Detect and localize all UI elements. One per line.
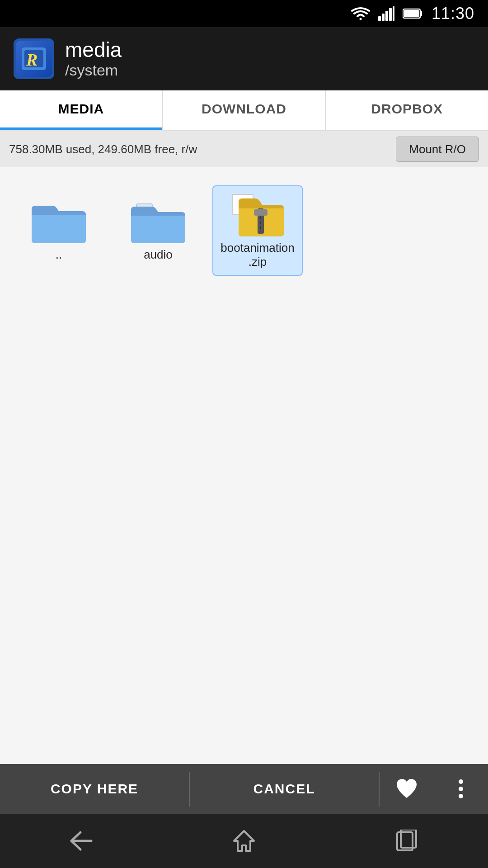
cancel-button[interactable]: CANCEL <box>190 764 379 814</box>
folder-svg-audio <box>131 200 185 243</box>
zip-icon-bootanimation <box>230 192 285 237</box>
file-item-parent[interactable]: .. <box>14 185 104 276</box>
app-logo-icon: R <box>18 43 50 75</box>
status-bar: 11:30 <box>0 0 488 27</box>
signal-icon <box>378 6 394 21</box>
back-button[interactable] <box>54 814 108 868</box>
tab-download[interactable]: DOWNLOAD <box>163 90 325 130</box>
copy-here-button[interactable]: COPY HERE <box>0 764 189 814</box>
recents-icon <box>394 830 419 852</box>
tab-dropbox[interactable]: DROPBOX <box>326 90 488 130</box>
storage-bar: 758.30MB used, 249.60MB free, r/w Mount … <box>0 131 488 167</box>
heart-icon <box>395 778 418 800</box>
recents-button[interactable] <box>380 814 434 868</box>
status-time: 11:30 <box>432 4 474 23</box>
folder-svg-parent <box>32 200 86 243</box>
file-name-bootanimation: bootanimation.zip <box>221 241 294 269</box>
folder-icon-audio <box>131 199 185 244</box>
svg-text:R: R <box>26 50 38 69</box>
file-name-audio: audio <box>144 248 173 262</box>
more-vert-icon <box>456 777 465 801</box>
file-item-audio[interactable]: audio <box>113 185 203 276</box>
file-name-parent: .. <box>56 248 62 262</box>
svg-rect-1 <box>382 14 385 21</box>
tabs-bar: MEDIA DOWNLOAD DROPBOX <box>0 90 488 131</box>
storage-text: 758.30MB used, 249.60MB free, r/w <box>9 142 387 156</box>
svg-rect-0 <box>378 16 381 21</box>
tab-media[interactable]: MEDIA <box>0 90 162 130</box>
svg-point-18 <box>459 794 463 798</box>
svg-point-17 <box>459 787 463 791</box>
svg-marker-20 <box>234 831 254 851</box>
svg-rect-2 <box>385 11 388 21</box>
nav-bar <box>0 814 488 868</box>
svg-point-16 <box>459 779 463 784</box>
battery-icon <box>403 7 422 20</box>
status-icons <box>351 6 422 21</box>
more-options-button[interactable] <box>434 764 488 814</box>
svg-rect-7 <box>404 10 419 17</box>
action-bar: COPY HERE CANCEL <box>0 764 488 814</box>
app-header: R media /system <box>0 27 488 90</box>
svg-rect-3 <box>389 8 392 21</box>
mount-button[interactable]: Mount R/O <box>396 137 479 162</box>
zip-svg <box>230 192 285 237</box>
svg-rect-6 <box>420 11 422 16</box>
app-title-group: media /system <box>65 38 122 79</box>
svg-rect-14 <box>254 209 267 216</box>
svg-rect-4 <box>393 6 394 21</box>
file-grid: .. audio <box>0 167 488 764</box>
file-item-bootanimation[interactable]: bootanimation.zip <box>212 185 303 276</box>
app-path: /system <box>65 61 122 79</box>
app-icon-inner: R <box>16 41 52 77</box>
app-title: media <box>65 38 122 61</box>
wifi-icon <box>351 6 370 21</box>
home-button[interactable] <box>217 814 271 868</box>
favorite-button[interactable] <box>380 764 434 814</box>
back-icon <box>68 830 95 851</box>
app-icon: R <box>14 38 54 79</box>
home-icon <box>232 829 256 853</box>
folder-icon-parent <box>32 199 86 244</box>
